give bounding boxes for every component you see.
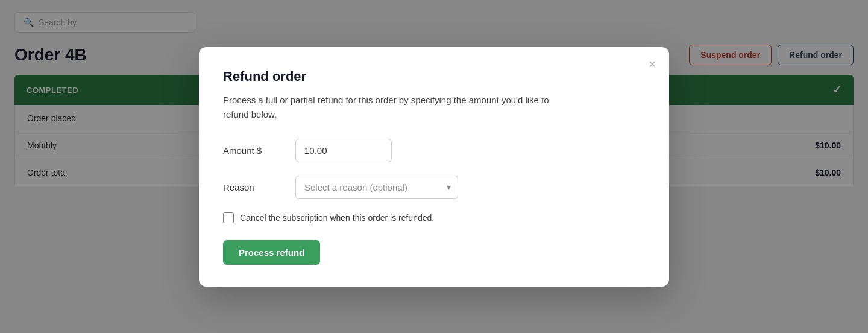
modal-overlay: × Refund order Process a full or partial…: [0, 0, 868, 333]
cancel-subscription-label: Cancel the subscription when this order …: [240, 213, 434, 223]
amount-label: Amount $: [223, 145, 295, 156]
reason-label: Reason: [223, 182, 295, 192]
cancel-subscription-row: Cancel the subscription when this order …: [223, 212, 645, 223]
close-button[interactable]: ×: [649, 58, 656, 70]
process-refund-button[interactable]: Process refund: [223, 240, 320, 265]
amount-row: Amount $: [223, 139, 645, 162]
modal-title: Refund order: [223, 69, 645, 84]
refund-modal: × Refund order Process a full or partial…: [199, 47, 669, 287]
reason-select-wrapper: Select a reason (optional) Duplicate Fra…: [295, 176, 458, 199]
modal-description: Process a full or partial refund for thi…: [223, 93, 561, 122]
reason-row: Reason Select a reason (optional) Duplic…: [223, 176, 645, 199]
amount-input[interactable]: [295, 139, 392, 162]
reason-select[interactable]: Select a reason (optional) Duplicate Fra…: [295, 176, 458, 199]
cancel-subscription-checkbox[interactable]: [223, 212, 234, 223]
